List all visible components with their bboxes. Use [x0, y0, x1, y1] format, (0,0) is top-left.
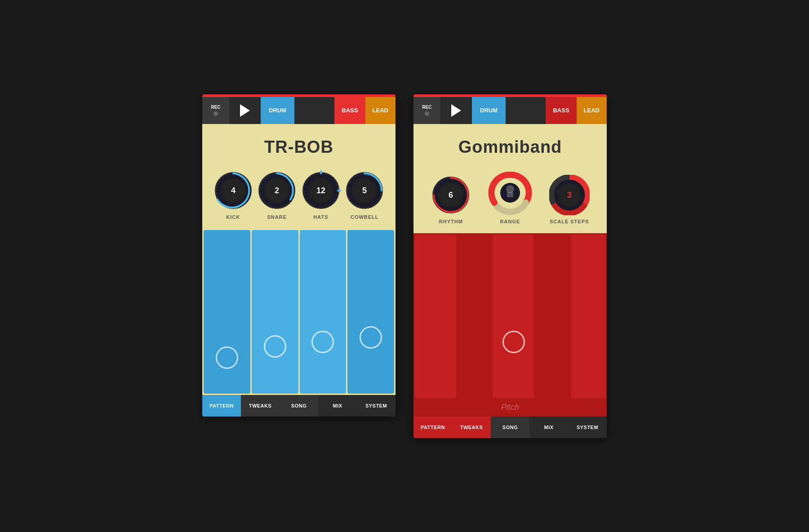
- pad-circle-4: [360, 326, 382, 349]
- svg-text:6: 6: [449, 191, 453, 200]
- snare-knob-svg: 2: [257, 170, 297, 211]
- main-content-left: TR-BOB 4 KICK: [202, 124, 396, 395]
- kick-knob[interactable]: 4 KICK: [213, 170, 253, 220]
- pad-1-right[interactable]: [415, 235, 456, 398]
- tab-lead-left[interactable]: LEAD: [365, 97, 396, 124]
- bottom-nav-right: PATTERN TWEAKS SONG MIX SYSTEM: [413, 417, 607, 438]
- nav-system-right[interactable]: SYSTEM: [568, 417, 607, 438]
- rhythm-label: RHYTHM: [439, 219, 463, 224]
- pad-circle-right: [502, 331, 525, 353]
- snare-label: SNARE: [267, 214, 287, 220]
- svg-text:4: 4: [231, 186, 236, 195]
- hats-label: HATS: [313, 214, 328, 220]
- hats-knob-svg: 12: [301, 170, 341, 211]
- range-knob-svg: [488, 170, 533, 215]
- scale-steps-knob[interactable]: 3 SCALE STEPS: [549, 175, 590, 224]
- kick-knob-svg: 4: [213, 170, 253, 211]
- header-left: REC DRUM BASS LEAD: [202, 97, 396, 124]
- tab-bass-right[interactable]: BASS: [546, 97, 576, 124]
- svg-text:5: 5: [362, 186, 367, 195]
- cowbell-knob[interactable]: 5 COWBELL: [344, 170, 385, 220]
- pad-circle-1: [216, 346, 238, 369]
- nav-pattern-left[interactable]: PATTERN: [202, 395, 241, 417]
- left-panel: REC DRUM BASS LEAD TR-BOB: [202, 94, 396, 417]
- svg-text:12: 12: [316, 186, 325, 195]
- tab-drum-left[interactable]: DRUM: [261, 97, 294, 124]
- pad-3-right[interactable]: [493, 235, 534, 398]
- pad-circle-2: [264, 335, 286, 358]
- right-panel: REC DRUM BASS LEAD Gommiband: [413, 94, 607, 438]
- rhythm-knob[interactable]: 6 RHYTHM: [431, 175, 471, 224]
- play-button-right[interactable]: [440, 97, 472, 124]
- nav-mix-right[interactable]: MIX: [529, 417, 568, 438]
- pad-2-right[interactable]: [458, 235, 492, 398]
- nav-tweaks-left[interactable]: TWEAKS: [241, 395, 280, 417]
- play-icon-left: [240, 104, 250, 117]
- knobs-row-left: 4 KICK 2 SNARE: [202, 166, 396, 229]
- cowbell-knob-svg: 5: [344, 170, 385, 211]
- nav-pattern-right[interactable]: PATTERN: [413, 417, 452, 438]
- rec-button-left[interactable]: REC: [202, 97, 229, 124]
- knobs-row-right: 6 RHYTHM: [413, 166, 607, 233]
- app-title-right: Gommiband: [413, 124, 607, 166]
- rec-dot-right: [425, 111, 429, 116]
- app-title-left: TR-BOB: [202, 124, 396, 166]
- pitch-section: Pitch: [413, 398, 607, 417]
- svg-text:2: 2: [275, 186, 279, 195]
- range-label: RANGE: [500, 219, 520, 224]
- tab-lead-right[interactable]: LEAD: [577, 97, 607, 124]
- rec-label-left: REC: [211, 105, 220, 110]
- rec-button-right[interactable]: REC: [413, 97, 440, 124]
- nav-system-left[interactable]: SYSTEM: [357, 395, 396, 417]
- nav-song-right[interactable]: SONG: [491, 417, 529, 438]
- pads-area-left: [202, 229, 396, 395]
- rec-dot-left: [213, 111, 218, 116]
- rhythm-knob-svg: 6: [431, 175, 471, 215]
- svg-text:3: 3: [567, 191, 572, 200]
- range-knob[interactable]: RANGE: [488, 170, 533, 224]
- hats-knob[interactable]: 12 HATS: [301, 170, 341, 220]
- pitch-label: Pitch: [501, 403, 519, 412]
- snare-knob[interactable]: 2 SNARE: [257, 170, 297, 220]
- rec-label-right: REC: [422, 105, 431, 110]
- main-content-right: Gommiband 6 RHYTHM: [413, 124, 607, 417]
- scale-steps-knob-svg: 3: [549, 175, 590, 215]
- tab-bass-left[interactable]: BASS: [334, 97, 365, 124]
- pad-5-right[interactable]: [571, 235, 605, 398]
- cowbell-label: COWBELL: [351, 214, 379, 220]
- svg-rect-22: [507, 192, 513, 197]
- pad-2-left[interactable]: [252, 230, 298, 394]
- nav-tweaks-right[interactable]: TWEAKS: [452, 417, 491, 438]
- pad-4-left[interactable]: [347, 230, 394, 394]
- pad-1-left[interactable]: [204, 230, 250, 394]
- nav-mix-left[interactable]: MIX: [318, 395, 357, 417]
- pads-area-right: [413, 233, 607, 399]
- play-icon-right: [451, 104, 461, 117]
- bottom-nav-left: PATTERN TWEAKS SONG MIX SYSTEM: [202, 395, 396, 417]
- apps-container: REC DRUM BASS LEAD TR-BOB: [202, 94, 607, 438]
- pad-3-left[interactable]: [300, 230, 347, 394]
- pad-4-right[interactable]: [535, 235, 569, 398]
- scale-steps-label: SCALE STEPS: [550, 219, 589, 224]
- play-button-left[interactable]: [229, 97, 261, 124]
- pad-circle-3: [311, 331, 334, 353]
- header-right: REC DRUM BASS LEAD: [413, 97, 607, 124]
- tab-drum-right[interactable]: DRUM: [472, 97, 506, 124]
- kick-label: KICK: [226, 214, 240, 220]
- nav-song-left[interactable]: SONG: [280, 395, 318, 417]
